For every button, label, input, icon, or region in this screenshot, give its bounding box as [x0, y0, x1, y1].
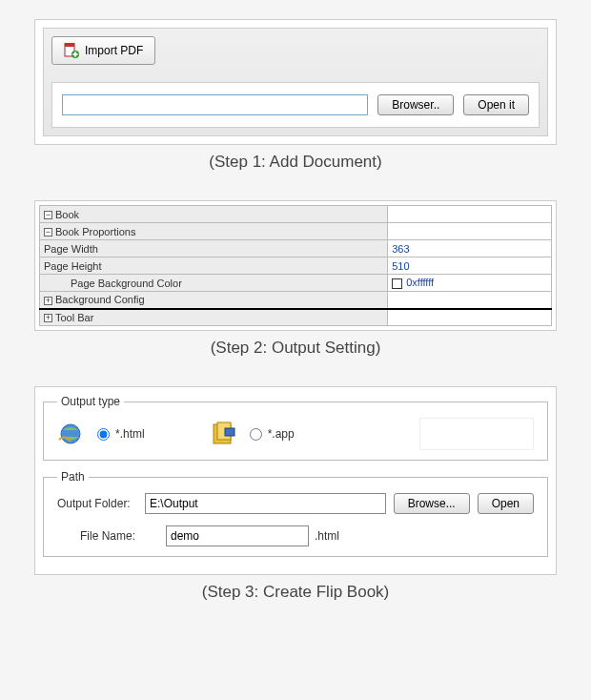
pdf-plus-icon: [64, 43, 79, 58]
step1-toolbar: Import PDF Browser.. Open it: [43, 28, 548, 136]
open-it-button[interactable]: Open it: [463, 94, 529, 115]
settings-tree: −Book −Book Proportions Page Width 363 P…: [39, 205, 552, 326]
output-folder-row: Output Folder: Browse... Open: [57, 493, 534, 514]
svg-rect-4: [73, 53, 78, 55]
open-button[interactable]: Open: [478, 493, 534, 514]
page-width-value[interactable]: 363: [388, 240, 552, 257]
step3-panel: Output type *.html: [34, 386, 557, 575]
output-folder-input[interactable]: [145, 493, 386, 514]
svg-rect-8: [225, 428, 234, 436]
step2-caption: (Step 2: Output Setting): [34, 339, 557, 358]
output-type-app-option[interactable]: *.app: [250, 427, 295, 441]
path-legend: Path: [57, 470, 89, 484]
tree-row-page-width[interactable]: Page Width 363: [40, 240, 552, 257]
app-radio[interactable]: [250, 428, 262, 441]
file-name-label: File Name:: [80, 529, 160, 543]
path-fieldset: Path Output Folder: Browse... Open File …: [43, 470, 548, 557]
app-package-icon: [210, 421, 236, 447]
tree-row-page-height[interactable]: Page Height 510: [40, 257, 552, 275]
color-swatch-icon: [392, 278, 402, 289]
tree-row-bg-config[interactable]: +Background Config: [40, 292, 552, 309]
step1-caption: (Step 1: Add Document): [34, 153, 557, 172]
step1-path-row: Browser.. Open it: [51, 82, 540, 128]
expand-icon[interactable]: +: [44, 314, 52, 322]
tree-row-toolbar[interactable]: +Tool Bar: [40, 309, 552, 326]
html-globe-icon: [57, 421, 84, 447]
collapse-icon[interactable]: −: [44, 228, 52, 237]
step3-caption: (Step 3: Create Flip Book): [34, 583, 557, 602]
file-name-row: File Name: .html: [57, 525, 534, 546]
expand-icon[interactable]: +: [44, 297, 52, 305]
preview-placeholder: [419, 418, 534, 450]
browse-button[interactable]: Browse...: [394, 493, 470, 514]
browser-button[interactable]: Browser..: [377, 94, 454, 115]
tree-row-bg-color[interactable]: Page Background Color 0xffffff: [40, 275, 552, 292]
page-height-value[interactable]: 510: [388, 257, 552, 275]
output-type-html-option[interactable]: *.html: [97, 427, 145, 441]
import-pdf-button[interactable]: Import PDF: [51, 36, 155, 65]
step2-panel: −Book −Book Proportions Page Width 363 P…: [34, 200, 557, 331]
step1-path-input[interactable]: [62, 94, 368, 115]
tree-row-book[interactable]: −Book: [40, 206, 552, 223]
bg-color-value[interactable]: 0xffffff: [388, 275, 552, 292]
output-type-legend: Output type: [57, 395, 124, 408]
tree-row-proportions[interactable]: −Book Proportions: [40, 223, 552, 240]
svg-rect-1: [65, 43, 74, 47]
step1-panel: Import PDF Browser.. Open it: [34, 19, 557, 145]
file-ext-label: .html: [315, 529, 339, 543]
file-name-input[interactable]: [166, 525, 309, 546]
html-radio[interactable]: [97, 428, 110, 441]
collapse-icon[interactable]: −: [44, 211, 52, 219]
output-type-fieldset: Output type *.html: [43, 395, 548, 461]
import-pdf-label: Import PDF: [85, 44, 143, 57]
output-folder-label: Output Folder:: [57, 497, 137, 510]
